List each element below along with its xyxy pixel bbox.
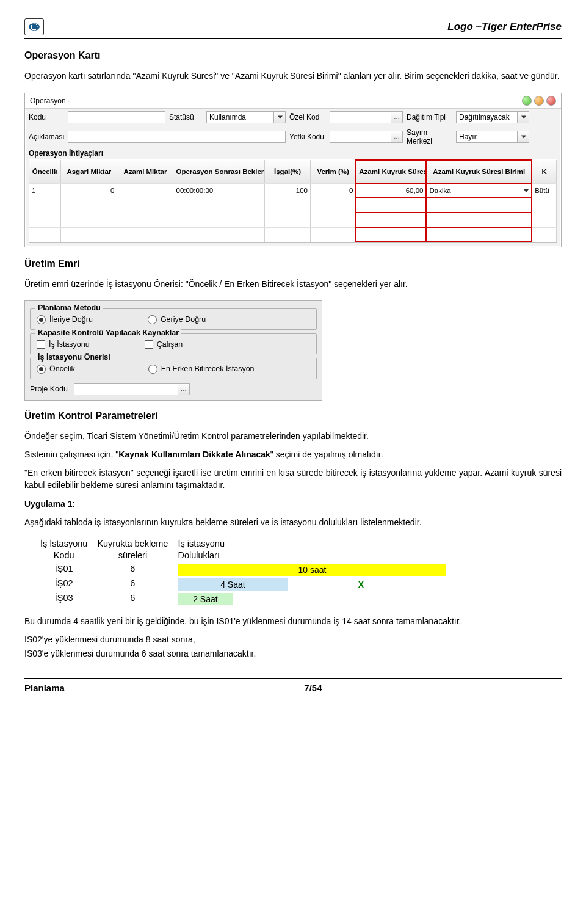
cell-azami[interactable] [117, 183, 173, 198]
cell-birim-dropdown[interactable]: Dakika Dakika Saat Gün [426, 183, 532, 198]
bottom-rule [24, 678, 562, 679]
statusu-select[interactable]: Kullanımda [206, 111, 286, 123]
ozelkod-input[interactable] [330, 111, 403, 123]
s3-p3: "En erken bitirecek istasyon" seçeneği i… [24, 467, 562, 492]
col-azami[interactable]: Azami Miktar [117, 160, 173, 183]
cell-asgari[interactable]: 0 [61, 183, 117, 198]
check-istasyon[interactable]: İş İstasyonu [37, 340, 90, 349]
s4-p3: IS03'e yüklenmesi durumunda 6 saat sonra… [24, 647, 562, 660]
bar-yellow: 10 saat [178, 564, 446, 576]
footer-page: 7/54 [304, 683, 322, 693]
logo-icon [24, 18, 44, 35]
kodu-input[interactable] [68, 111, 165, 123]
section2-para: Üretim emri üzerinde İş istasyonu Öneris… [24, 278, 562, 290]
cell-bekleme[interactable]: 00:00:00:00 [173, 183, 265, 198]
radio-on-icon [37, 365, 46, 374]
proje-kodu-input[interactable] [74, 383, 190, 395]
aciklama-input[interactable] [68, 131, 286, 143]
radio-oncelik[interactable]: Öncelik [37, 365, 75, 374]
section1-para: Operasyon kartı satırlarında "Azami Kuyr… [24, 70, 562, 82]
operasyon-window: Operasyon - Kodu Statüsü Kullanımda Özel… [24, 93, 562, 247]
radio-erken[interactable]: En Erken Bitirecek İstasyon [148, 365, 255, 374]
radio-off-icon [148, 365, 157, 374]
radio-geriye[interactable]: Geriye Doğru [148, 315, 206, 324]
cell-oncelik[interactable]: 1 [29, 183, 61, 198]
top-rule [24, 38, 562, 39]
kodu-label: Kodu [29, 113, 64, 122]
radio-on-icon [37, 315, 46, 324]
planlama-panel: Planlama Metodu İleriye Doğru Geriye Doğ… [24, 300, 322, 401]
grid-data-row[interactable]: 1 0 00:00:00:00 100 0 60,00 Dakika Dakik… [29, 183, 557, 198]
window-title: Operasyon - [30, 96, 70, 105]
radio-off-icon [148, 315, 157, 324]
checkbox-icon [145, 340, 153, 349]
chevron-down-icon [278, 116, 283, 119]
legend-oneri: İş İstasyonu Önerisi [35, 353, 113, 362]
proje-kodu-label: Proje Kodu [30, 385, 68, 393]
col-isgal[interactable]: İşgal(%) [265, 160, 311, 183]
cell-kb: 6 [92, 592, 173, 606]
cell-kb: 6 [92, 577, 173, 592]
chevron-down-icon [524, 189, 529, 192]
section1-title: Operasyon Kartı [24, 50, 562, 61]
th-doluluk: İş istasyonuDolulukları [173, 537, 451, 562]
section3-title: Üretim Kontrol Parametreleri [24, 410, 562, 421]
operasyon-grid: Öncelik Asgari Miktar Azami Miktar Opera… [29, 159, 557, 243]
col-k[interactable]: K [532, 160, 556, 183]
radio-ileriye[interactable]: İleriye Doğru [37, 315, 93, 324]
station-table: İş İstasyonuKodu Kuyrukta beklemesüreler… [35, 537, 451, 606]
col-verim[interactable]: Verim (%) [310, 160, 356, 183]
sayim-label: Sayım Merkezi [407, 128, 452, 145]
s4-p2: IS02'ye yüklenmesi durumunda 8 saat sonr… [24, 633, 562, 646]
col-kuyruk[interactable]: Azami Kuyruk Süresi [356, 160, 426, 183]
legend-planlama: Planlama Metodu [35, 304, 103, 312]
bar-blue: 4 Saat [178, 578, 288, 591]
check-calisan[interactable]: Çalışan [145, 340, 183, 349]
checkbox-icon [37, 340, 45, 349]
cell-k[interactable]: Bütü [532, 183, 556, 198]
footer-left: Planlama [24, 683, 65, 693]
yetki-input[interactable] [330, 131, 403, 143]
ozelkod-label: Özel Kod [289, 113, 326, 122]
chevron-down-icon [521, 136, 526, 139]
bar-green: 2 Saat [178, 593, 233, 605]
s3-p4: Aşağıdaki tabloda iş istasyonlarının kuy… [24, 516, 562, 528]
cell-kod: İŞ02 [35, 577, 92, 592]
close-icon[interactable] [546, 96, 556, 106]
dagitim-select[interactable]: Dağıtılmayacak [456, 111, 529, 123]
cell-isgal[interactable]: 100 [265, 183, 311, 198]
col-asgari[interactable]: Asgari Miktar [61, 160, 117, 183]
col-birim[interactable]: Azami Kuyruk Süresi Birimi [426, 160, 532, 183]
row-is03: İŞ03 6 2 Saat [35, 592, 451, 606]
cell-kod: İŞ01 [35, 562, 92, 577]
statusu-label: Statüsü [169, 113, 203, 122]
aciklama-label: Açıklaması [29, 133, 64, 141]
chevron-down-icon [521, 116, 526, 119]
dagitim-label: Dağıtım Tipi [407, 113, 452, 122]
legend-kapasite: Kapasite Kontrolü Yapılacak Kaynaklar [35, 329, 181, 337]
col-bekleme[interactable]: Operasyon Sonrası Bekleme Süresi [173, 160, 265, 183]
col-oncelik[interactable]: Öncelik [29, 160, 61, 183]
yetki-label: Yetki Kodu [289, 133, 326, 141]
uygulama-heading: Uygulama 1: [24, 498, 562, 510]
cell-kuyruk[interactable]: 60,00 [356, 183, 426, 198]
brand-text: Logo –Tiger EnterPrise [447, 21, 562, 33]
sayim-select[interactable]: Hayır [456, 131, 529, 143]
cell-verim[interactable]: 0 [310, 183, 356, 198]
row-is02: İŞ02 6 4 SaatX [35, 577, 451, 592]
s4-p1: Bu durumda 4 saatlik yeni bir iş geldiği… [24, 615, 562, 627]
s3-p1: Öndeğer seçim, Ticari Sistem Yönetimi/Ür… [24, 430, 562, 442]
cell-kod: İŞ03 [35, 592, 92, 606]
grid-header-row: Öncelik Asgari Miktar Azami Miktar Opera… [29, 160, 557, 183]
row-is01: İŞ01 6 10 saat [35, 562, 451, 577]
maximize-icon[interactable] [534, 96, 544, 106]
minimize-icon[interactable] [522, 96, 532, 106]
th-kuyruk: Kuyrukta beklemesüreleri [92, 537, 173, 562]
group-label: Operasyon İhtiyaçları [25, 148, 561, 158]
cell-kb: 6 [92, 562, 173, 577]
s3-p2: Sistemin çalışması için, "Kaynak Kullanı… [24, 448, 562, 460]
birim-options: Dakika Saat Gün [426, 197, 532, 198]
th-kod: İş İstasyonuKodu [35, 537, 92, 562]
section2-title: Üretim Emri [24, 258, 562, 269]
bar-x-marker: X [288, 578, 434, 591]
